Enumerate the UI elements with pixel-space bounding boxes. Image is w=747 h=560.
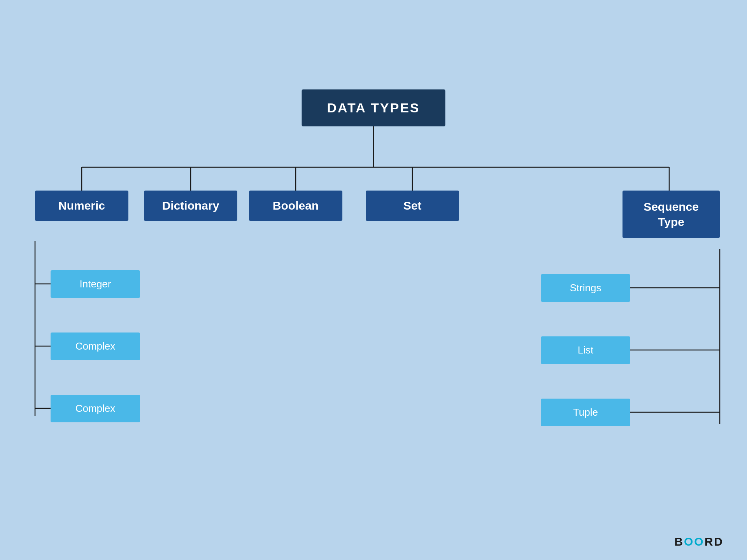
node-numeric: Numeric <box>35 191 128 221</box>
node-complex-2: Complex <box>51 395 140 422</box>
branding-highlight: OO <box>684 535 705 548</box>
node-list: List <box>541 336 630 364</box>
node-boolean: Boolean <box>249 191 342 221</box>
node-set: Set <box>366 191 459 221</box>
node-dictionary: Dictionary <box>144 191 237 221</box>
node-tuple: Tuple <box>541 399 630 426</box>
branding: BOORD <box>674 535 724 548</box>
node-complex-1: Complex <box>51 332 140 360</box>
root-node: DATA TYPES <box>302 89 445 126</box>
node-sequence: Sequence Type <box>622 191 720 238</box>
node-integer: Integer <box>51 270 140 298</box>
node-strings: Strings <box>541 274 630 302</box>
